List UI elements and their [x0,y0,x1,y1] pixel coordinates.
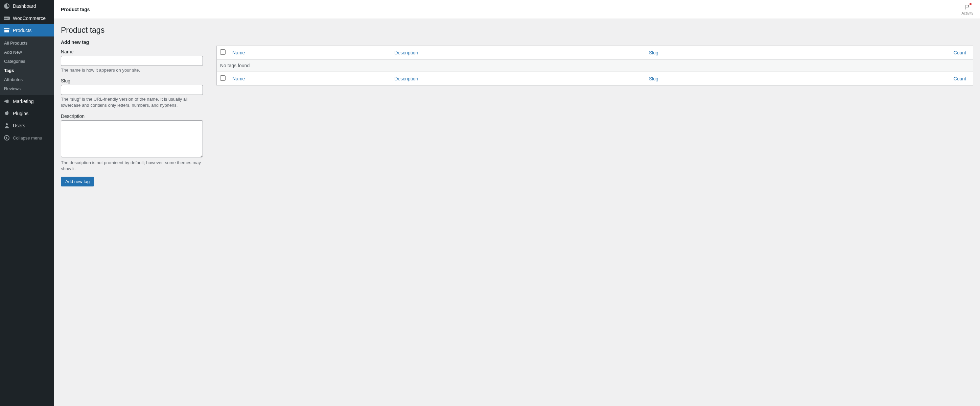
user-icon [3,122,10,129]
admin-sidebar: Dashboard woo WooCommerce Products All P… [0,0,54,406]
sidebar-item-woocommerce[interactable]: woo WooCommerce [0,12,54,24]
activity-label: Activity [961,11,973,15]
sidebar-item-label: WooCommerce [13,16,46,21]
select-all-checkbox-top[interactable] [220,49,226,55]
svg-rect-2 [4,29,10,29]
sidebar-item-label: Products [13,28,32,33]
activity-button[interactable]: Activity [961,4,973,15]
sidebar-item-marketing[interactable]: Marketing [0,95,54,108]
column-header-description[interactable]: Description [391,46,645,59]
select-all-checkbox-bottom[interactable] [220,75,226,81]
submenu-all-products[interactable]: All Products [0,38,54,48]
archive-icon [3,27,10,34]
slug-label: Slug [61,78,203,83]
tags-table: Name Description Slug Count No tags foun… [216,46,973,86]
column-footer-count[interactable]: Count [781,72,973,86]
slug-input[interactable] [61,85,203,95]
sidebar-item-label: Users [13,123,25,128]
sidebar-item-products[interactable]: Products [0,24,54,36]
products-submenu: All Products Add New Categories Tags Att… [0,36,54,95]
column-footer-description[interactable]: Description [391,72,645,86]
add-tag-button[interactable]: Add new tag [61,177,94,186]
sidebar-item-dashboard[interactable]: Dashboard [0,0,54,12]
sidebar-item-label: Marketing [13,98,33,104]
flag-icon [964,4,971,11]
collapse-menu-button[interactable]: Collapse menu [0,132,54,144]
submenu-reviews[interactable]: Reviews [0,84,54,93]
description-label: Description [61,114,203,119]
empty-state-text: No tags found [217,59,973,72]
megaphone-icon [3,98,10,105]
column-header-count[interactable]: Count [781,46,973,59]
description-help: The description is not prominent by defa… [61,160,203,172]
dashboard-icon [3,3,10,10]
collapse-icon [3,135,10,141]
svg-text:woo: woo [4,17,9,20]
name-label: Name [61,49,203,54]
slug-help: The “slug” is the URL-friendly version o… [61,96,203,108]
sidebar-item-users[interactable]: Users [0,120,54,132]
column-footer-name[interactable]: Name [229,72,391,86]
submenu-tags[interactable]: Tags [0,66,54,75]
page-title: Product tags [61,7,90,12]
name-help: The name is how it appears on your site. [61,67,203,73]
page-heading: Product tags [61,26,973,35]
sidebar-item-plugins[interactable]: Plugins [0,108,54,120]
sidebar-item-label: Plugins [13,111,29,116]
add-tag-form: Add new tag Name The name is how it appe… [61,40,203,186]
column-footer-slug[interactable]: Slug [646,72,781,86]
submenu-add-new[interactable]: Add New [0,48,54,57]
sidebar-item-label: Dashboard [13,3,36,9]
description-textarea[interactable] [61,120,203,157]
notification-dot [969,3,972,5]
column-header-name[interactable]: Name [229,46,391,59]
form-heading: Add new tag [61,40,203,45]
column-header-slug[interactable]: Slug [646,46,781,59]
svg-point-5 [5,135,9,140]
top-bar: Product tags Activity [54,0,980,19]
submenu-categories[interactable]: Categories [0,57,54,66]
svg-rect-3 [5,30,9,32]
collapse-label: Collapse menu [13,135,42,141]
plug-icon [3,110,10,117]
name-input[interactable] [61,56,203,66]
submenu-attributes[interactable]: Attributes [0,75,54,84]
svg-point-4 [6,123,8,125]
woo-icon: woo [3,15,10,22]
